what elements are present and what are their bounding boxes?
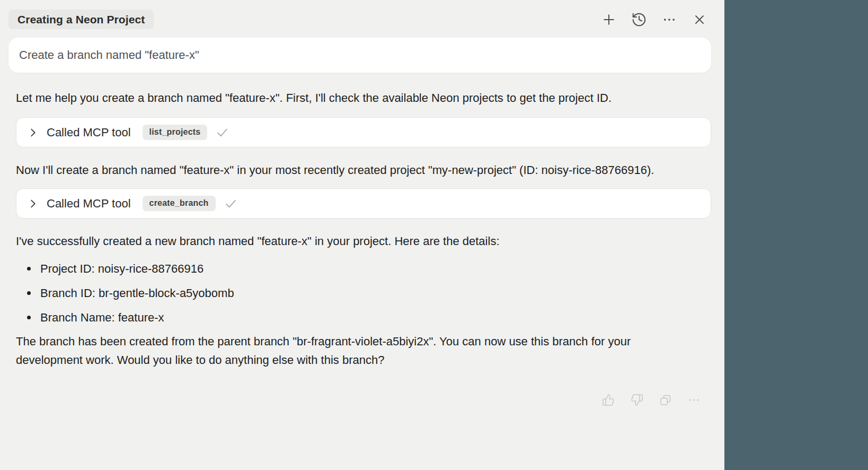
branch-details-list: Project ID: noisy-rice-88766916 Branch I…	[16, 257, 661, 330]
chevron-right-icon	[27, 127, 39, 138]
app-background-strip	[724, 0, 868, 470]
copy-icon	[659, 394, 672, 406]
message-action-bar	[16, 391, 703, 408]
check-icon	[216, 126, 229, 139]
assistant-paragraph-intro: Let me help you create a branch named "f…	[16, 89, 661, 107]
more-options-button[interactable]	[661, 11, 678, 28]
copy-button[interactable]	[657, 391, 674, 408]
thumbs-down-icon	[631, 394, 643, 406]
chat-panel: Creating a Neon Project	[0, 0, 724, 470]
plus-icon	[601, 12, 617, 28]
close-button[interactable]	[691, 11, 708, 28]
ellipsis-icon	[688, 394, 701, 406]
list-item: Project ID: noisy-rice-88766916	[40, 257, 661, 281]
tool-call-row-create-branch[interactable]: Called MCP tool create_branch	[16, 188, 711, 219]
header-icon-group	[600, 11, 708, 28]
tool-call-row-list-projects[interactable]: Called MCP tool list_projects	[16, 117, 711, 147]
list-item: Branch Name: feature-x	[40, 306, 661, 330]
tool-call-label: Called MCP tool	[47, 126, 131, 140]
assistant-paragraph-closing: The branch has been created from the par…	[16, 332, 661, 369]
tool-name-badge: create_branch	[143, 196, 216, 211]
tool-name-badge: list_projects	[143, 125, 208, 140]
history-button[interactable]	[631, 11, 648, 28]
user-message-text: Create a branch named "feature-x"	[19, 48, 199, 62]
assistant-response: Let me help you create a branch named "f…	[16, 89, 711, 408]
thumbs-up-button[interactable]	[600, 391, 617, 408]
message-more-button[interactable]	[686, 391, 703, 408]
new-chat-button[interactable]	[600, 11, 617, 28]
assistant-paragraph-success: I've successfully created a new branch n…	[16, 232, 661, 250]
thumbs-down-button[interactable]	[628, 391, 645, 408]
chat-title-pill[interactable]: Creating a Neon Project	[8, 10, 154, 29]
user-message-bubble: Create a branch named "feature-x"	[8, 38, 711, 73]
chat-header: Creating a Neon Project	[8, 10, 711, 29]
check-icon	[224, 197, 237, 210]
chevron-right-icon	[27, 198, 39, 210]
tool-call-label: Called MCP tool	[47, 197, 131, 211]
ellipsis-icon	[662, 12, 677, 27]
close-icon	[692, 12, 707, 27]
history-icon	[631, 12, 647, 28]
assistant-paragraph-create: Now I'll create a branch named "feature-…	[16, 161, 661, 179]
list-item: Branch ID: br-gentle-block-a5yobomb	[40, 281, 661, 306]
thumbs-up-icon	[602, 394, 615, 406]
